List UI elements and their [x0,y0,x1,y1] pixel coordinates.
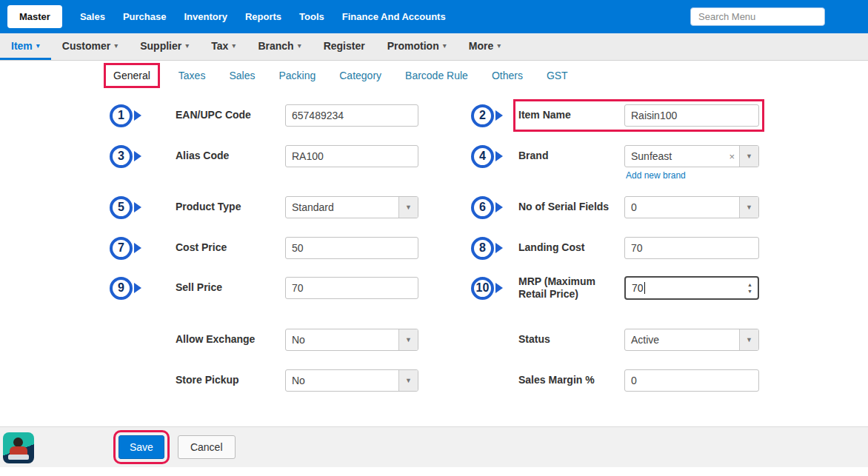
status-select[interactable]: Active ▼ [624,329,759,351]
caret-down-icon: ▾ [114,41,118,50]
badge-arrow-icon [495,110,503,121]
avatar-laptop [8,455,29,460]
annotation-box-item-name: Item Name [518,104,759,127]
landing-cost-input[interactable] [624,237,759,259]
nav-item-purchase[interactable]: Purchase [123,11,167,22]
nav-item-finance-and-accounts[interactable]: Finance And Accounts [342,11,446,22]
annotation-badge-1: 1 [110,104,141,127]
menubar-item-customer[interactable]: Customer ▾ [51,33,129,60]
add-new-brand-link[interactable]: Add new brand [626,170,686,181]
serial-fields-select[interactable]: 0 ▼ [624,196,759,218]
caret-down-icon: ▾ [497,41,501,50]
allow-exchange-select[interactable]: No ▼ [285,329,418,351]
menubar-item-promotion[interactable]: Promotion ▾ [376,33,458,60]
badge-arrow-icon [495,283,503,293]
nav-item-sales[interactable]: Sales [80,11,105,22]
sell-price-input[interactable] [285,277,418,299]
form-row: 3 Alias Code 4 Brand Sunfeast × ▼ Add ne… [104,141,868,171]
mrp-input[interactable]: 70 ▲ ▼ [624,276,759,300]
sales-margin-input[interactable] [624,369,759,392]
menu-bar: Item ▾ Customer ▾ Supplier ▾ Tax ▾ Branc… [0,33,868,61]
caret-down-icon: ▾ [185,41,189,50]
badge-arrow-icon [495,243,503,253]
dropdown-arrow-icon[interactable]: ▼ [398,329,418,350]
product-type-select[interactable]: Standard ▼ [285,196,418,218]
form-row: 5 Product Type Standard ▼ 6 No of Serial… [104,192,868,222]
nav-item-inventory[interactable]: Inventory [184,11,227,22]
annotation-badge-4: 4 [471,145,503,168]
spinner-up-icon[interactable]: ▲ [745,281,755,288]
tab-barcode-rule[interactable]: Barcode Rule [404,67,470,84]
ean-upc-code-input[interactable] [285,104,418,127]
tab-general[interactable]: General [107,67,156,84]
form-row: Store Pickup No ▼ Sales Margin % [104,366,868,395]
dropdown-arrow-icon[interactable]: ▼ [739,146,758,167]
chat-widget-avatar[interactable] [3,432,34,463]
item-name-label: Item Name [518,109,624,122]
caret-down-icon: ▾ [443,41,447,50]
mrp-label: MRP (Maximum Retail Price) [518,275,624,301]
search-menu-input[interactable] [690,7,825,26]
store-pickup-label: Store Pickup [176,374,285,387]
tab-category[interactable]: Category [338,67,383,84]
badge-arrow-icon [495,202,503,212]
cost-price-label: Cost Price [176,241,285,255]
sell-price-label: Sell Price [176,281,285,295]
menubar-item-item[interactable]: Item ▾ [0,33,51,60]
annotation-badge-3: 3 [110,145,141,168]
form-row: 7 Cost Price 8 Landing Cost [104,233,868,263]
tab-gst[interactable]: GST [545,67,570,84]
menubar-item-more[interactable]: More ▾ [458,33,512,60]
spinner-down-icon[interactable]: ▼ [745,288,755,295]
store-pickup-select[interactable]: No ▼ [285,369,418,392]
serial-fields-label: No of Serial Fields [518,201,624,214]
save-button[interactable]: Save [118,435,164,459]
menubar-item-branch[interactable]: Branch ▾ [247,33,312,60]
dropdown-arrow-icon[interactable]: ▼ [739,329,758,350]
landing-cost-label: Landing Cost [518,241,624,255]
tab-sales[interactable]: Sales [227,67,256,84]
cost-price-input[interactable] [285,237,418,259]
brand-label: Brand [518,150,624,163]
menubar-item-supplier[interactable]: Supplier ▾ [129,33,200,60]
nav-item-tools[interactable]: Tools [299,11,324,22]
annotation-badge-10: 10 [471,277,503,300]
mrp-spinner: ▲ ▼ [745,281,755,295]
top-nav-bar: Master Sales Purchase Inventory Reports … [0,0,868,33]
brand-combobox[interactable]: Sunfeast × ▼ [624,145,759,167]
annotation-badge-7: 7 [110,237,141,260]
badge-arrow-icon [134,202,141,212]
nav-item-reports[interactable]: Reports [245,11,281,22]
tab-others[interactable]: Others [490,67,524,84]
item-tabs: General Taxes Sales Packing Category Bar… [0,61,868,89]
badge-arrow-icon [495,151,503,161]
form-row: 9 Sell Price 10 MRP (Maximum Retail Pric… [104,273,868,303]
menubar-item-tax[interactable]: Tax ▾ [200,33,247,60]
annotation-badge-6: 6 [471,196,503,219]
cancel-button[interactable]: Cancel [178,435,236,459]
alias-code-input[interactable] [285,145,418,167]
badge-arrow-icon [134,110,141,121]
form-row: 1 EAN/UPC Code 2 Item Name [104,101,868,130]
item-name-input[interactable] [624,104,759,127]
clear-icon[interactable]: × [724,146,739,167]
annotation-badge-5: 5 [110,196,141,219]
item-general-form: 1 EAN/UPC Code 2 Item Name 3 [0,89,868,395]
tab-taxes[interactable]: Taxes [177,67,207,84]
caret-down-icon: ▾ [232,41,236,50]
dropdown-arrow-icon[interactable]: ▼ [398,370,418,391]
dropdown-arrow-icon[interactable]: ▼ [398,197,418,218]
annotation-badge-9: 9 [110,277,141,300]
form-footer-bar: Save Cancel [0,426,868,467]
tab-packing[interactable]: Packing [277,67,317,84]
allow-exchange-label: Allow Exchange [176,333,285,346]
badge-arrow-icon [134,243,141,253]
nav-item-master[interactable]: Master [7,5,62,28]
ean-upc-code-label: EAN/UPC Code [176,109,285,122]
badge-arrow-icon [134,283,141,293]
dropdown-arrow-icon[interactable]: ▼ [739,197,758,218]
caret-down-icon: ▾ [298,41,301,50]
product-type-label: Product Type [176,201,285,214]
menubar-item-register[interactable]: Register [313,33,376,60]
status-label: Status [518,333,624,346]
